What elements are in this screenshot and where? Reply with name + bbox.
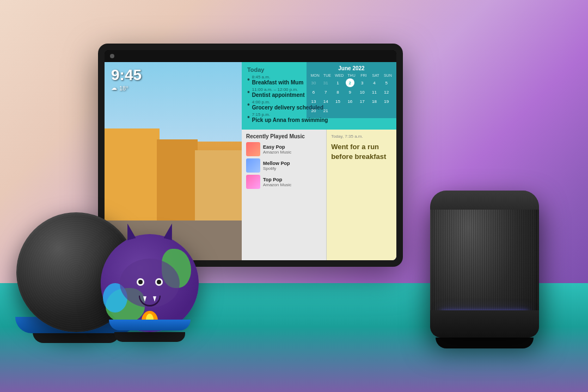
cal-day-9: 9 (346, 88, 354, 96)
cal-day-30: 30 (309, 78, 318, 87)
bullet-icon: • (247, 88, 250, 97)
dragon-fang-left (143, 296, 146, 302)
cal-day-4: 4 (370, 78, 378, 87)
music-item-3: Top Pop Amazon Music (246, 175, 322, 189)
music-source-3: Amazon Music (263, 182, 322, 187)
bottom-row: Recently Played Music Easy Pop Amazon Mu… (242, 130, 396, 260)
cal-day-15: 15 (334, 97, 342, 106)
echo-show-screen: 9:45 ☁ 18° Today • 8:45 a (105, 50, 396, 260)
cal-day-11: 11 (370, 88, 378, 96)
note-content: Went for a run before breakfast (331, 142, 392, 162)
cal-day-12: 12 (382, 88, 391, 96)
calendar-day-names: MON TUE WED THU FRI SAT SUN (309, 74, 394, 77)
cal-wed: WED (334, 74, 345, 77)
dragon-eyes (137, 278, 163, 286)
kids-body (101, 234, 199, 332)
cal-sun: SUN (382, 74, 394, 77)
cal-day-7: 7 (321, 88, 330, 96)
cal-tue: TUE (321, 74, 333, 77)
clock-time: 9:45 (111, 68, 142, 83)
cal-day-1: 1 (334, 78, 342, 87)
cal-mon: MON (309, 74, 321, 77)
studio-body (430, 191, 539, 338)
music-thumb-1 (246, 142, 260, 156)
cal-day-18: 18 (370, 97, 378, 106)
cal-day-6: 6 (309, 88, 318, 96)
temperature: 18° (119, 85, 128, 91)
cal-fri: FRI (358, 74, 369, 77)
cal-day-5: 5 (382, 78, 391, 87)
music-source-2: Spotify (263, 166, 322, 171)
music-source-1: Amazon Music (263, 150, 322, 155)
note-timestamp: Today, 7:35 a.m. (331, 134, 392, 139)
street-scene (105, 62, 242, 260)
music-info-3: Top Pop Amazon Music (263, 177, 322, 187)
calendar-title: June 2022 (309, 65, 394, 71)
cal-thu: THU (346, 74, 357, 77)
sticky-note-panel: Today, 7:35 a.m. Went for a run before b… (327, 130, 396, 260)
building-3 (195, 150, 242, 226)
building-1 (105, 128, 160, 226)
show-dot (110, 54, 114, 58)
bullet-icon: • (247, 75, 250, 84)
music-section-title: Recently Played Music (246, 133, 322, 139)
cal-day-8: 8 (334, 88, 342, 96)
music-info-1: Easy Pop Amazon Music (263, 144, 322, 155)
time-display: 9:45 ☁ 18° (111, 68, 142, 91)
echo-dot-kids-device (93, 234, 207, 348)
cal-day-14: 14 (321, 97, 330, 106)
buildings (105, 118, 242, 226)
kids-base (114, 332, 185, 342)
dragon-fangs (143, 296, 156, 302)
music-name-2: Mellow Pop (263, 161, 322, 166)
music-thumb-3 (246, 175, 260, 189)
studio-base (436, 338, 534, 348)
calendar-panel: June 2022 MON TUE WED THU FRI SAT SUN 30… (307, 62, 396, 118)
cal-day-2-today: 2 (346, 78, 354, 87)
music-name-1: Easy Pop (263, 144, 322, 150)
echo-show-device: 9:45 ☁ 18° Today • 8:45 a (98, 44, 403, 267)
kids-led-ring (109, 320, 191, 330)
cal-day-20: 20 (309, 106, 318, 115)
cal-day-17: 17 (358, 97, 366, 106)
music-item-1: Easy Pop Amazon Music (246, 142, 322, 156)
show-screen-content: 9:45 ☁ 18° Today • 8:45 a (105, 62, 396, 260)
cal-sat: SAT (370, 74, 381, 77)
show-background-photo: 9:45 ☁ 18° (105, 62, 242, 260)
cloud-icon: ☁ (111, 84, 117, 91)
show-top-bar (105, 50, 396, 62)
weather-display: ☁ 18° (111, 84, 142, 91)
cal-day-13: 13 (309, 97, 318, 106)
cal-day-10: 10 (358, 88, 366, 96)
cal-day-16: 16 (346, 97, 354, 106)
dragon-eye-right (155, 278, 163, 286)
music-info-2: Mellow Pop Spotify (263, 161, 322, 171)
cal-day-31: 31 (321, 78, 330, 87)
building-2 (157, 139, 198, 226)
music-thumb-2 (246, 158, 260, 173)
echo-studio-device (425, 191, 544, 359)
bullet-icon: • (247, 100, 250, 109)
calendar-grid: 30 31 1 2 3 4 5 6 7 8 9 10 11 12 13 14 1 (309, 78, 394, 115)
cal-day-19: 19 (382, 97, 391, 106)
studio-top (430, 191, 539, 210)
cal-day-3: 3 (358, 78, 366, 87)
music-item-2: Mellow Pop Spotify (246, 158, 322, 173)
dragon-eye-left (137, 278, 144, 286)
dragon-fang-right (153, 296, 156, 302)
cal-day-21: 21 (321, 106, 330, 115)
music-panel: Recently Played Music Easy Pop Amazon Mu… (242, 130, 327, 260)
music-name-3: Top Pop (263, 177, 322, 182)
bullet-icon: • (247, 113, 250, 122)
